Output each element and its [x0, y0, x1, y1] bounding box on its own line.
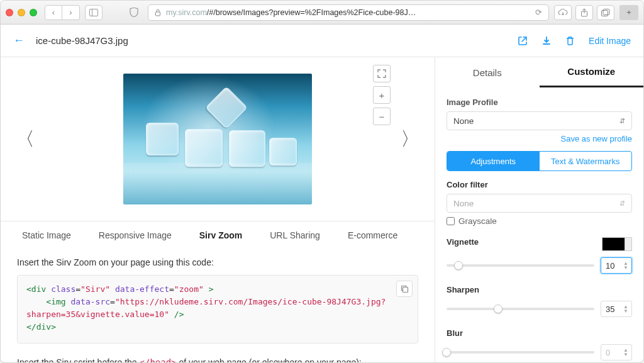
code-snippet-box: <div class="Sirv" data-effect="zoom" > <…: [17, 275, 418, 343]
lock-icon: [155, 9, 161, 16]
sharpen-label: Sharpen: [447, 285, 632, 294]
browser-chrome: ‹ › my.sirv.com/#/browse/Images?preview=…: [1, 1, 643, 25]
sharpen-slider[interactable]: [447, 308, 594, 310]
sidebar-toggle-button[interactable]: [85, 5, 103, 20]
grayscale-checkbox[interactable]: Grayscale: [447, 216, 632, 226]
color-filter-label: Color filter: [447, 180, 632, 189]
edit-image-link[interactable]: Edit Image: [589, 36, 631, 46]
svg-rect-2: [156, 12, 160, 16]
chevron-updown-icon: ⇵: [619, 199, 625, 208]
back-arrow[interactable]: ←: [13, 34, 25, 47]
new-tab-button[interactable]: +: [619, 5, 638, 20]
code-intro-text: Insert the Sirv Zoom on your page using …: [17, 257, 418, 267]
tabs-button[interactable]: [597, 5, 614, 20]
vignette-label: Vignette: [447, 237, 479, 247]
sharpen-value-input[interactable]: 35▲▼: [601, 301, 632, 317]
vignette-slider[interactable]: [447, 264, 594, 267]
tab-responsive-image[interactable]: Responsive Image: [85, 221, 186, 249]
code-tabs: Static Image Responsive Image Sirv Zoom …: [1, 221, 435, 249]
svg-rect-4: [602, 10, 608, 16]
svg-rect-5: [603, 9, 609, 14]
shield-icon[interactable]: [125, 5, 143, 20]
script-intro-text: Insert the Sirv script before the </head…: [17, 357, 418, 362]
tab-adjustments[interactable]: Adjustments: [447, 152, 540, 170]
color-filter-select[interactable]: None ⇵: [447, 194, 632, 213]
blur-slider[interactable]: [447, 351, 594, 354]
vignette-color-swatch[interactable]: [602, 237, 632, 251]
zoom-out-button[interactable]: −: [373, 108, 391, 125]
tab-details[interactable]: Details: [435, 57, 540, 87]
reload-icon[interactable]: ⟳: [535, 8, 542, 17]
url-host: my.sirv.com: [166, 8, 207, 17]
image-preview: 〈 〉 + −: [1, 57, 435, 221]
tab-url-sharing[interactable]: URL Sharing: [256, 221, 334, 249]
delete-icon[interactable]: [565, 36, 575, 46]
cloud-download-button[interactable]: [554, 5, 572, 20]
share-button[interactable]: [575, 5, 593, 20]
zoom-in-button[interactable]: +: [373, 86, 391, 104]
image-profile-label: Image Profile: [447, 98, 632, 107]
blur-label: Blur: [447, 328, 632, 338]
chevron-updown-icon: ⇵: [619, 117, 625, 125]
download-icon[interactable]: [541, 36, 552, 46]
fullscreen-button[interactable]: [373, 65, 391, 82]
file-title: ice-cube-98J47G3.jpg: [36, 35, 506, 46]
copy-code-button[interactable]: [396, 281, 413, 297]
nav-forward-button[interactable]: ›: [62, 5, 80, 20]
tab-static-image[interactable]: Static Image: [8, 221, 85, 249]
nav-back-button[interactable]: ‹: [45, 5, 62, 20]
vignette-value-input[interactable]: 10▲▼: [601, 257, 632, 274]
tab-text-watermarks[interactable]: Text & Watermarks: [540, 152, 632, 170]
tab-sirv-zoom[interactable]: Sirv Zoom: [186, 221, 256, 249]
url-bar[interactable]: my.sirv.com/#/browse/Images?preview=%2FI…: [148, 4, 549, 21]
svg-rect-0: [90, 9, 98, 16]
open-external-icon[interactable]: [518, 36, 528, 46]
blur-value-input[interactable]: 0▲▼: [601, 344, 632, 360]
tab-customize[interactable]: Customize: [540, 57, 644, 87]
tab-ecommerce[interactable]: E-commerce: [334, 221, 411, 249]
image-profile-select[interactable]: None ⇵: [447, 111, 632, 130]
prev-image-button[interactable]: 〈: [16, 126, 35, 152]
next-image-button[interactable]: 〉: [401, 126, 419, 152]
window-controls[interactable]: [6, 9, 40, 16]
url-path: /#/browse/Images?preview=%2FImages%2Fice…: [207, 8, 416, 17]
save-profile-link[interactable]: Save as new profile: [447, 134, 632, 143]
app-header: ← ice-cube-98J47G3.jpg Edit Image: [1, 25, 643, 57]
preview-image[interactable]: [123, 74, 312, 204]
svg-rect-6: [402, 287, 408, 292]
